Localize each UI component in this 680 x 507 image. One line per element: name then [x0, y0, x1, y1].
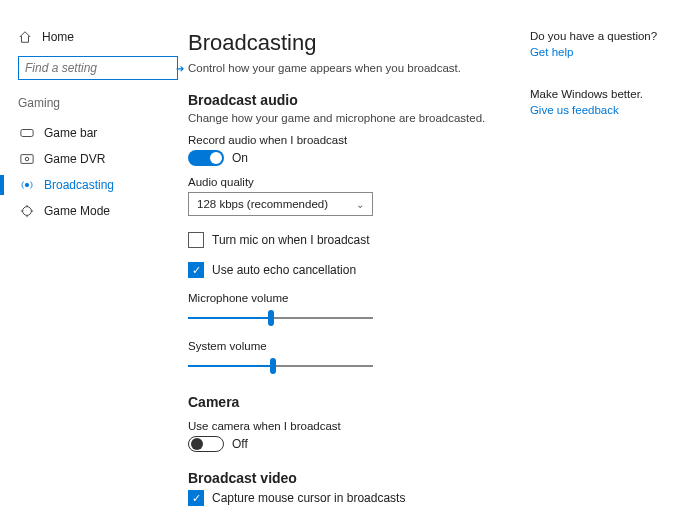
- use-camera-label: Use camera when I broadcast: [188, 420, 490, 432]
- echo-cancel-label: Use auto echo cancellation: [212, 263, 356, 277]
- home-label: Home: [42, 30, 74, 44]
- sidebar-item-game-dvr[interactable]: Game DVR: [18, 146, 188, 172]
- nav-label: Game DVR: [44, 152, 105, 166]
- mic-volume-slider[interactable]: [188, 308, 373, 328]
- mic-on-checkbox[interactable]: Turn mic on when I broadcast: [188, 232, 490, 248]
- chevron-down-icon: ⌄: [356, 199, 364, 210]
- use-camera-toggle[interactable]: [188, 436, 224, 452]
- record-audio-label: Record audio when I broadcast: [188, 134, 490, 146]
- use-camera-state: Off: [232, 437, 248, 451]
- broadcast-audio-desc: Change how your game and microphone are …: [188, 112, 490, 124]
- system-volume-slider[interactable]: [188, 356, 373, 376]
- nav-label: Broadcasting: [44, 178, 114, 192]
- sidebar-item-broadcasting[interactable]: Broadcasting: [18, 172, 188, 198]
- echo-cancel-checkbox[interactable]: ✓ Use auto echo cancellation: [188, 262, 490, 278]
- home-icon: [18, 30, 32, 44]
- system-volume-label: System volume: [188, 340, 490, 352]
- nav-label: Game bar: [44, 126, 97, 140]
- broadcast-video-heading: Broadcast video: [188, 470, 490, 486]
- feedback-heading: Make Windows better.: [530, 88, 662, 100]
- give-feedback-link[interactable]: Give us feedback: [530, 104, 662, 116]
- page-title: Broadcasting: [188, 30, 490, 56]
- svg-rect-1: [21, 155, 33, 164]
- svg-point-2: [25, 157, 29, 161]
- sidebar: Home ➔ Gaming Game bar Game DVR Broadcas…: [18, 30, 188, 507]
- broadcast-audio-heading: Broadcast audio: [188, 92, 490, 108]
- search-input[interactable]: ➔: [18, 56, 178, 80]
- audio-quality-select[interactable]: 128 kbps (recommended) ⌄: [188, 192, 373, 216]
- checkbox-checked-icon: ✓: [188, 490, 204, 506]
- capture-cursor-label: Capture mouse cursor in broadcasts: [212, 491, 405, 505]
- sidebar-category: Gaming: [18, 96, 188, 110]
- dvr-icon: [20, 152, 34, 166]
- record-audio-toggle[interactable]: [188, 150, 224, 166]
- mic-volume-label: Microphone volume: [188, 292, 490, 304]
- page-subtitle: Control how your game appears when you b…: [188, 62, 490, 74]
- sidebar-item-game-bar[interactable]: Game bar: [18, 120, 188, 146]
- right-column: Do you have a question? Get help Make Wi…: [530, 30, 662, 507]
- main-content: Broadcasting Control how your game appea…: [188, 30, 490, 507]
- nav-label: Game Mode: [44, 204, 110, 218]
- gamebar-icon: [20, 126, 34, 140]
- get-help-link[interactable]: Get help: [530, 46, 662, 58]
- broadcast-icon: [20, 178, 34, 192]
- svg-rect-0: [21, 130, 33, 137]
- mic-on-label: Turn mic on when I broadcast: [212, 233, 370, 247]
- help-question: Do you have a question?: [530, 30, 662, 42]
- search-icon: ➔: [176, 63, 184, 74]
- capture-cursor-checkbox[interactable]: ✓ Capture mouse cursor in broadcasts: [188, 490, 490, 506]
- svg-point-3: [25, 183, 29, 187]
- record-audio-state: On: [232, 151, 248, 165]
- audio-quality-value: 128 kbps (recommended): [197, 198, 328, 210]
- sidebar-item-game-mode[interactable]: Game Mode: [18, 198, 188, 224]
- audio-quality-label: Audio quality: [188, 176, 490, 188]
- camera-heading: Camera: [188, 394, 490, 410]
- checkbox-checked-icon: ✓: [188, 262, 204, 278]
- search-field[interactable]: [25, 61, 176, 75]
- svg-point-4: [23, 207, 32, 216]
- home-link[interactable]: Home: [18, 30, 188, 44]
- checkbox-unchecked-icon: [188, 232, 204, 248]
- gamemode-icon: [20, 204, 34, 218]
